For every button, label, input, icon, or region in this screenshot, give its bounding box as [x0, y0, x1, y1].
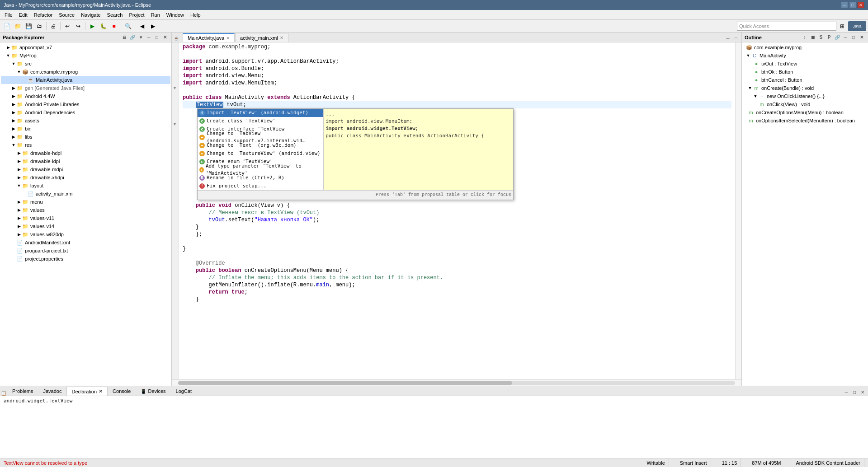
save-button[interactable]: 💾: [24, 21, 33, 31]
outline-item-btncancel[interactable]: ● btnCancel : Button: [743, 76, 867, 84]
outline-item-onclick[interactable]: m onClick(View) : void: [743, 100, 867, 108]
menu-window[interactable]: Window: [164, 11, 187, 19]
outline-item-onoptionsitem[interactable]: m onOptionsItemSelected(MenuItem) : bool…: [743, 117, 867, 125]
tree-item-src[interactable]: ▼ 📁 src: [1, 60, 170, 68]
hscrollbar-thumb[interactable]: [178, 381, 512, 385]
autocomplete-popup[interactable]: i Import 'TextView' (android.widget) c C…: [197, 108, 514, 200]
tree-item-gen[interactable]: ▶ 📁 gen [Generated Java Files]: [1, 84, 170, 92]
outline-item-package[interactable]: 📦 com.example.myprog: [743, 43, 867, 51]
tab-problems[interactable]: Problems: [7, 387, 38, 396]
menu-file[interactable]: File: [2, 11, 15, 19]
editor-minimize-icon[interactable]: ─: [724, 35, 731, 42]
tree-item-libs[interactable]: ▶ 📁 libs: [1, 133, 170, 141]
tree-item-proguard[interactable]: 📄 proguard-project.txt: [1, 247, 170, 255]
minimize-button[interactable]: ─: [841, 2, 848, 8]
outline-expand-mainactivity[interactable]: ▼: [745, 53, 751, 58]
prev-button[interactable]: ◀: [137, 21, 147, 31]
menu-search[interactable]: Search: [104, 11, 126, 19]
expand-menu[interactable]: ▶: [16, 199, 22, 205]
bottom-close-icon[interactable]: ✕: [859, 388, 866, 396]
tree-item-appcompat[interactable]: ▶ 📁 appcompat_v7: [1, 43, 170, 51]
tree-item-package[interactable]: ▼ 📦 com.example.myprog: [1, 68, 170, 76]
ac-item-change-tabview[interactable]: ↔ Change to 'TabView' (android.support.v…: [198, 133, 323, 141]
close-button[interactable]: ✕: [857, 2, 864, 8]
ac-item-fix-project[interactable]: ! Fix project setup...: [198, 182, 323, 190]
minimize-panel-icon[interactable]: ─: [145, 34, 152, 41]
tab-javadoc[interactable]: Javadoc: [38, 387, 66, 396]
tree-item-menu[interactable]: ▶ 📁 menu: [1, 198, 170, 206]
tree-item-dependencies[interactable]: ▶ 📁 Android Dependencies: [1, 108, 170, 117]
outline-static-icon[interactable]: S: [817, 34, 825, 41]
tree-item-private-libs[interactable]: ▶ 📁 Android Private Libraries: [1, 100, 170, 108]
tab-activitymain-close[interactable]: ✕: [280, 35, 283, 40]
expand-drawable-xhdpi[interactable]: ▶: [16, 175, 22, 180]
tree-item-values-w820dp[interactable]: ▶ 📁 values-w820dp: [1, 230, 170, 238]
tree-item-drawable-ldpi[interactable]: ▶ 📁 drawable-ldpi: [1, 157, 170, 165]
outline-item-tvout[interactable]: ● tvOut : TextView: [743, 60, 867, 68]
tree-item-assets[interactable]: ▶ 📁 assets: [1, 117, 170, 125]
expand-appcompat[interactable]: ▶: [5, 45, 11, 50]
expand-android44[interactable]: ▶: [11, 93, 16, 99]
collapse-btn-2[interactable]: ▼: [173, 122, 177, 126]
print-button[interactable]: 🖨: [48, 21, 58, 31]
outline-expand-oncreate[interactable]: ▼: [747, 85, 753, 91]
java-button[interactable]: Java: [848, 21, 866, 31]
menu-source[interactable]: Source: [56, 11, 77, 19]
menu-refactor[interactable]: Refactor: [31, 11, 56, 19]
expand-bin[interactable]: ▶: [11, 126, 16, 131]
ac-item-create-class[interactable]: c Create class 'TextView': [198, 117, 323, 125]
next-button[interactable]: ▶: [148, 21, 158, 31]
tree-item-mainactivity[interactable]: ☕ MainActivity.java: [1, 76, 170, 84]
outline-item-btnok[interactable]: ● btnOk : Button: [743, 68, 867, 76]
bottom-maximize-icon[interactable]: □: [851, 388, 858, 396]
tree-item-android44[interactable]: ▶ 📁 Android 4.4W: [1, 92, 170, 100]
editor-hscrollbar[interactable]: [172, 379, 741, 386]
link-editor-icon[interactable]: 🔗: [129, 34, 136, 41]
tree-item-values-v11[interactable]: ▶ 📁 values-v11: [1, 214, 170, 222]
tree-item-drawable-mdpi[interactable]: ▶ 📁 drawable-mdpi: [1, 165, 170, 173]
tree-item-res[interactable]: ▼ 📁 res: [1, 141, 170, 149]
save-all-button[interactable]: 🗂: [34, 21, 44, 31]
tab-activitymain[interactable]: activity_main.xml ✕: [235, 33, 288, 42]
expand-drawable-ldpi[interactable]: ▶: [16, 159, 22, 164]
autocomplete-list[interactable]: i Import 'TextView' (android.widget) c C…: [198, 109, 324, 190]
ac-item-import-textview[interactable]: i Import 'TextView' (android.widget): [198, 109, 323, 117]
expand-gen[interactable]: ▶: [11, 85, 16, 91]
tab-devices[interactable]: 📱 Devices: [136, 387, 170, 396]
tree-item-myprog[interactable]: ▼ 📁 MyProg: [1, 51, 170, 60]
outline-close-icon[interactable]: ✕: [858, 34, 865, 41]
run-button[interactable]: ▶: [87, 21, 97, 31]
collapse-all-icon[interactable]: ⊟: [121, 34, 128, 41]
search-button[interactable]: 🔍: [123, 21, 133, 31]
tree-item-values-v14[interactable]: ▶ 📁 values-v14: [1, 222, 170, 230]
menu-help[interactable]: Help: [188, 11, 203, 19]
menu-run[interactable]: Run: [148, 11, 163, 19]
outline-fields-icon[interactable]: ◼: [809, 34, 816, 41]
ac-item-add-type-param[interactable]: + Add type parameter 'TextView' to 'Main…: [198, 166, 323, 174]
tab-mainactivity[interactable]: MainActivity.java ✕: [183, 33, 235, 42]
tree-item-project-props[interactable]: 📄 project.properties: [1, 255, 170, 263]
tab-declaration[interactable]: Declaration ✕: [66, 387, 108, 396]
expand-values-v11[interactable]: ▶: [16, 215, 22, 221]
expand-layout[interactable]: ▼: [16, 183, 22, 188]
expand-myprog[interactable]: ▼: [5, 53, 11, 58]
outline-public-icon[interactable]: P: [826, 34, 833, 41]
undo-button[interactable]: ↩: [62, 21, 72, 31]
bottom-minimize-icon[interactable]: ─: [843, 388, 850, 396]
maximize-button[interactable]: □: [849, 2, 856, 8]
redo-button[interactable]: ↪: [73, 21, 83, 31]
outline-maximize-icon[interactable]: □: [850, 34, 857, 41]
quick-access-box[interactable]: Quick Access: [737, 22, 836, 31]
ac-item-change-textureview[interactable]: ↔ Change to 'TextureView' (android.view): [198, 149, 323, 158]
tab-mainactivity-close[interactable]: ✕: [226, 36, 230, 41]
outline-item-oncreatemenu[interactable]: m onCreateOptionsMenu(Menu) : boolean: [743, 108, 867, 117]
view-menu-icon[interactable]: ▾: [137, 34, 144, 41]
close-panel-icon[interactable]: ✕: [161, 34, 169, 41]
tab-console[interactable]: Console: [108, 387, 136, 396]
expand-values[interactable]: ▶: [16, 207, 22, 213]
tree-item-androidmanifest[interactable]: 📄 AndroidManifest.xml: [1, 238, 170, 247]
tab-logcat[interactable]: LogCat: [171, 387, 197, 396]
menu-project[interactable]: Project: [126, 11, 147, 19]
code-editor[interactable]: package com.example.myprog; import andro…: [179, 42, 735, 379]
outline-expand-anon[interactable]: ▼: [753, 93, 758, 99]
